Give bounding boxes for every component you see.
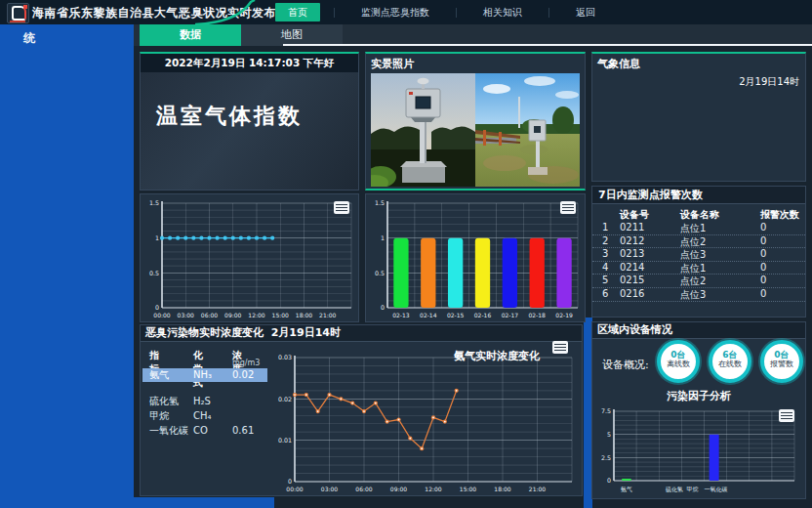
online-count-badge: 6台 在线数 [709, 340, 751, 383]
svg-text:1: 1 [381, 234, 385, 241]
alarm-cell: 点位2 [680, 275, 706, 288]
pollutant-table-body: 氨气NH₃0.02硫化氢H₂S甲烷CH₄一氧化碳CO0.61 [142, 368, 267, 439]
greeting-body: 温室气体指数 [141, 72, 358, 190]
svg-text:02-13: 02-13 [392, 312, 410, 318]
offline-label: 离线数 [661, 360, 696, 368]
col-device-name: 设备名称 [680, 208, 719, 222]
offline-count: 0台 [661, 350, 696, 360]
svg-text:0.03: 0.03 [278, 354, 292, 360]
alarm-cell: 0213 [620, 248, 644, 259]
alarm-row: 40214点位10 [592, 262, 805, 275]
alarm-row: 10211点位10 [592, 222, 805, 235]
nav-home[interactable]: 首页 [275, 3, 320, 21]
pollutant-cell: 一氧化碳 [149, 424, 188, 438]
nav-back[interactable]: 返回 [563, 3, 608, 21]
svg-text:7.5: 7.5 [601, 407, 611, 414]
photos-title: 实景照片 [371, 57, 414, 71]
chart-menu-icon[interactable] [560, 201, 576, 214]
pollutant-cell: 0.61 [232, 424, 254, 438]
daily-odor-bar-chart: 00.511.502-1302-1402-1502-1602-1702-1802… [367, 197, 584, 320]
photo-left [371, 73, 475, 187]
svg-text:21:00: 21:00 [319, 312, 336, 318]
chart-menu-icon[interactable] [779, 409, 794, 422]
concentration-unit: mg/m3 [232, 359, 260, 367]
alarm-cell: 0211 [620, 222, 644, 233]
nav-separator [456, 8, 457, 18]
svg-text:0: 0 [381, 304, 385, 311]
alarm-cell: 2 [602, 235, 608, 246]
app-logo-icon [7, 3, 29, 23]
offline-count-badge: 0台 离线数 [657, 340, 700, 383]
weather-date: 2月19日14时 [739, 75, 799, 89]
pollutant-row[interactable]: 一氧化碳CO0.61 [142, 424, 267, 438]
alarm-cell: 1 [602, 222, 608, 233]
pollutant-cell: H₂S [193, 395, 211, 408]
main-nav: 首页 监测点恶臭指数 相关知识 返回 [271, 0, 612, 24]
alarm-cell: 0 [760, 248, 766, 259]
alarm-label: 报警数 [764, 360, 799, 368]
svg-text:0: 0 [155, 304, 159, 311]
pollutant-cell: 0.02 [232, 368, 254, 382]
alarm-cell: 点位1 [680, 262, 706, 275]
nh3-trend-chart: 00.010.020.0300:0003:0006:0009:0012:0015… [274, 352, 578, 494]
alarm-cell: 点位3 [680, 248, 706, 262]
alarm-title: 7日内监测点报警次数 [592, 187, 805, 204]
svg-text:5: 5 [607, 431, 611, 438]
svg-text:硫化氢: 硫化氢 [666, 486, 683, 493]
svg-text:06:00: 06:00 [355, 486, 372, 492]
chart-menu-icon[interactable] [334, 201, 349, 214]
weather-panel: 气象信息 2月19日14时 [591, 52, 806, 182]
alarm-cell: 0 [760, 275, 766, 285]
alarm-cell: 0215 [620, 275, 644, 285]
online-count: 6台 [712, 350, 748, 360]
tab-strip: 数据 地图 [134, 24, 812, 46]
tab-underline [283, 44, 812, 46]
svg-text:氨气: 氨气 [621, 486, 632, 492]
alarm-cell: 0214 [620, 262, 644, 273]
svg-text:02-15: 02-15 [447, 312, 465, 318]
alarm-row: 30213点位30 [592, 248, 805, 262]
nav-odor-index[interactable]: 监测点恶臭指数 [348, 3, 442, 21]
pollutant-row[interactable]: 甲烷CH₄ [142, 409, 267, 423]
pollutant-cell: CO [193, 424, 208, 438]
svg-text:0.5: 0.5 [149, 270, 159, 276]
svg-text:02-16: 02-16 [474, 312, 492, 318]
nav-knowledge[interactable]: 相关知识 [470, 3, 535, 21]
alarm-row: 60216点位30 [592, 288, 805, 302]
svg-text:03:00: 03:00 [321, 486, 338, 492]
svg-text:0.5: 0.5 [375, 270, 385, 276]
svg-text:0: 0 [288, 478, 292, 485]
pollutant-row[interactable]: 硫化氢H₂S [142, 395, 267, 408]
svg-text:12:00: 12:00 [425, 486, 441, 492]
svg-text:03:00: 03:00 [178, 312, 194, 318]
alarm-cell: 3 [602, 248, 608, 259]
svg-text:00:00: 00:00 [153, 312, 170, 318]
pollutant-row[interactable]: 氨气NH₃0.02 [142, 368, 267, 382]
alarm-cell: 0216 [620, 288, 644, 299]
title-wrapped-char: 统 [23, 30, 35, 47]
svg-text:甲烷: 甲烷 [686, 486, 698, 492]
dashboard: 海南省乐东黎族自治县大气恶臭状况实时发布系 首页 监测点恶臭指数 相关知识 返回… [0, 0, 812, 508]
pollutants-date: 2月19日14时 [271, 326, 341, 339]
alarm-cell: 点位2 [680, 235, 706, 249]
photos-panel: 实景照片 [365, 52, 586, 190]
pollutant-cell: CH₄ [193, 409, 212, 423]
tab-data[interactable]: 数据 [140, 24, 241, 46]
pollutant-cell: NH₃ [193, 368, 212, 382]
svg-text:1: 1 [155, 234, 159, 241]
chart-menu-icon[interactable] [552, 341, 568, 354]
col-alarm-count: 报警次数 [760, 208, 799, 222]
greeting-datetime: 2022年2月19日 14:17:03 下午好 [141, 54, 358, 72]
svg-text:1.5: 1.5 [375, 199, 385, 206]
tab-map[interactable]: 地图 [241, 24, 343, 46]
alarm-table-body: 10211点位1020212点位2030213点位3040214点位105021… [592, 222, 805, 302]
alarm-cell: 点位1 [680, 222, 706, 235]
svg-text:06:00: 06:00 [201, 312, 218, 318]
alarm-cell: 点位3 [680, 288, 706, 302]
svg-text:15:00: 15:00 [460, 486, 476, 492]
top-bar: 海南省乐东黎族自治县大气恶臭状况实时发布系 首页 监测点恶臭指数 相关知识 返回 [0, 0, 812, 24]
svg-text:09:00: 09:00 [390, 486, 407, 492]
svg-text:12:00: 12:00 [248, 312, 264, 318]
svg-text:2.5: 2.5 [601, 454, 611, 461]
svg-text:02-18: 02-18 [528, 312, 546, 318]
